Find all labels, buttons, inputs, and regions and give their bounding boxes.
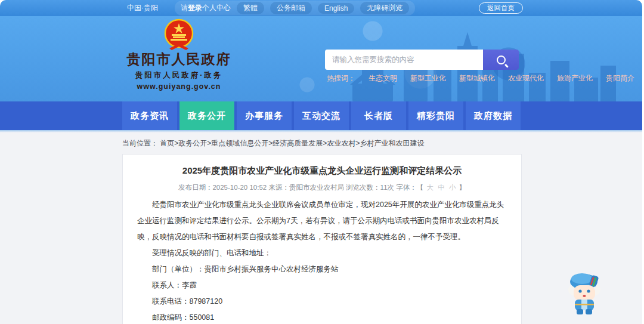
meta-bracket-close: 】	[459, 184, 466, 191]
hot-word-industry[interactable]: 新型工业化	[410, 73, 446, 84]
search-input[interactable]	[325, 50, 483, 70]
hot-search-label: 热搜词：	[327, 73, 355, 84]
nav-item-highlights[interactable]: 精彩贵阳	[408, 101, 463, 130]
site-logo[interactable]: 贵阳市人民政府 贵阳市人民政府·政务 www.guiyang.gov.cn	[122, 18, 236, 91]
main-navigation: 政务资讯 政务公开 办事服务 互动交流 长者版 精彩贵阳 政府数据	[0, 101, 642, 130]
meta-text: 发布日期：2025-10-20 10:52 来源：贵阳市农业农村局 浏览次数：1…	[178, 184, 423, 191]
paragraph-contact-intro: 受理情况反映的部门、电话和地址：	[137, 245, 507, 261]
mascot-character[interactable]	[565, 270, 603, 315]
login-link[interactable]: 请登录个人中心	[181, 3, 231, 13]
nav-item-services[interactable]: 办事服务	[237, 101, 292, 130]
topbar-links-group: 请登录个人中心 繁體 公务邮箱 English 无障碍浏览	[175, 1, 415, 16]
accessibility-link[interactable]: 无障碍浏览	[360, 2, 409, 14]
paragraph-phone: 联系电话：87987120	[137, 294, 507, 310]
hot-word-intro[interactable]: 贵阳简介	[606, 73, 634, 84]
breadcrumb-links[interactable]: 首页>政务公开>重点领域信息公开>经济高质量发展>农业农村>乡村产业和农田建设	[160, 139, 424, 147]
nav-item-data[interactable]: 政府数据	[466, 101, 521, 130]
nav-item-disclosure[interactable]: 政务公开	[179, 101, 234, 130]
login-prefix: 请	[181, 4, 188, 12]
back-to-home-button[interactable]: 返回首页	[479, 2, 523, 14]
login-suffix: 个人中心	[202, 4, 231, 12]
article-title: 2025年度贵阳市农业产业化市级重点龙头企业运行监测和评定结果公示	[137, 164, 507, 178]
font-size-large-button[interactable]: 大	[425, 184, 435, 191]
search-icon	[497, 55, 506, 64]
paragraph-department: 部门（单位）：贵阳市乡村振兴服务中心农村经济服务站	[137, 261, 507, 277]
paragraph-postcode: 邮政编码：550081	[137, 310, 507, 324]
top-utility-bar: 中国·贵阳 请登录个人中心 繁體 公务邮箱 English 无障碍浏览 返回首页	[0, 0, 642, 16]
nav-item-senior[interactable]: 长者版	[351, 101, 406, 130]
hot-search-row: 热搜词： 生态文明 新型工业化 新型城镇化 农业现代化 旅游产业化 贵阳简介	[327, 73, 634, 84]
font-size-small-button[interactable]: 小	[448, 184, 457, 191]
hot-word-tourism[interactable]: 旅游产业化	[557, 73, 593, 84]
paragraph-announcement: 经贵阳市农业产业化市级重点龙头企业联席会议成员单位审定，现对2025年开展的农业…	[137, 197, 507, 245]
breadcrumb-label: 当前位置：	[122, 139, 158, 147]
hot-word-agriculture[interactable]: 农业现代化	[508, 73, 544, 84]
login-bold[interactable]: 登录	[188, 4, 202, 12]
nav-item-interaction[interactable]: 互动交流	[294, 101, 349, 130]
breadcrumb: 当前位置： 首页>政务公开>重点领域信息公开>经济高质量发展>农业农村>乡村产业…	[0, 132, 642, 154]
search-bar	[325, 50, 519, 70]
site-banner: 贵阳市人民政府 贵阳市人民政府·政务 www.guiyang.gov.cn 热搜…	[0, 16, 642, 101]
site-title: 贵阳市人民政府	[122, 52, 236, 67]
english-link[interactable]: English	[318, 3, 354, 14]
nav-item-news[interactable]: 政务资讯	[122, 101, 177, 130]
hot-word-eco[interactable]: 生态文明	[369, 73, 397, 84]
article-meta: 发布日期：2025-10-20 10:52 来源：贵阳市农业农村局 浏览次数：1…	[137, 183, 507, 192]
font-size-medium-button[interactable]: 中	[436, 184, 446, 191]
official-mail-link[interactable]: 公务邮箱	[270, 2, 312, 14]
article-body: 经贵阳市农业产业化市级重点龙头企业联席会议成员单位审定，现对2025年开展的农业…	[137, 197, 507, 324]
site-url: www.guiyang.gov.cn	[122, 82, 236, 91]
hot-word-urbanization[interactable]: 新型城镇化	[459, 73, 495, 84]
national-emblem-icon	[163, 18, 194, 51]
search-button[interactable]	[483, 50, 519, 70]
site-subtitle: 贵阳市人民政府·政务	[122, 70, 236, 81]
article-card: 2025年度贵阳市农业产业化市级重点龙头企业运行监测和评定结果公示 发布日期：2…	[122, 154, 522, 324]
site-region-link[interactable]: 中国·贵阳	[127, 3, 158, 13]
traditional-chinese-link[interactable]: 繁體	[237, 2, 264, 14]
paragraph-contact-person: 联系人：李霞	[137, 277, 507, 294]
browser-page: 中国·贵阳 请登录个人中心 繁體 公务邮箱 English 无障碍浏览 返回首页	[0, 0, 642, 324]
